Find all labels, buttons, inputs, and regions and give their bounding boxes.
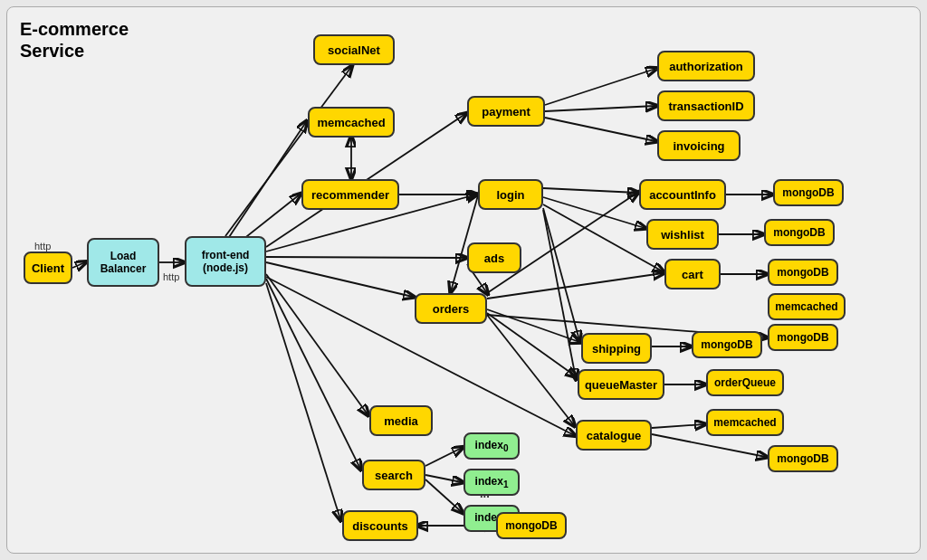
node-socialnet: socialNet <box>313 34 395 65</box>
node-transactionid: transactionID <box>657 90 755 121</box>
svg-line-17 <box>543 188 637 193</box>
node-mongodb-wish: mongoDB <box>764 219 835 246</box>
svg-line-18 <box>543 197 645 228</box>
svg-line-23 <box>487 309 579 342</box>
svg-line-38 <box>425 475 462 482</box>
svg-line-15 <box>545 106 655 111</box>
svg-line-7 <box>266 257 465 258</box>
node-mongodb-dis: mongoDB <box>496 512 567 539</box>
svg-line-39 <box>425 479 462 512</box>
diagram-title: E-commerceService <box>20 18 129 62</box>
svg-line-19 <box>543 204 663 271</box>
node-payment: payment <box>467 96 545 127</box>
node-frontend: front-end(node.js) <box>185 236 266 287</box>
svg-line-0 <box>72 262 85 268</box>
svg-line-11 <box>266 283 340 519</box>
node-catalogue: catalogue <box>576 420 652 451</box>
node-shipping: shipping <box>581 333 652 364</box>
svg-line-3 <box>225 122 306 242</box>
svg-line-35 <box>652 424 704 428</box>
svg-line-8 <box>266 262 413 297</box>
node-client: Client <box>24 252 72 284</box>
svg-line-21 <box>543 210 576 378</box>
node-wishlist: wishlist <box>646 219 719 250</box>
svg-line-37 <box>425 448 462 466</box>
node-mongodb-acc: mongoDB <box>773 179 844 206</box>
node-index0: index0 <box>464 432 520 460</box>
svg-text:http: http <box>163 271 179 282</box>
svg-line-27 <box>487 315 574 425</box>
node-loadbalancer: LoadBalancer <box>87 238 159 287</box>
node-recommender: recommender <box>301 179 399 210</box>
node-accountinfo: accountInfo <box>639 179 726 210</box>
svg-line-20 <box>543 208 579 340</box>
node-mongodb-cart: mongoDB <box>768 259 838 286</box>
svg-text:http: http <box>34 241 51 252</box>
svg-line-2 <box>225 67 351 236</box>
svg-line-14 <box>545 69 655 105</box>
node-mongodb-ord: mongoDB <box>768 324 838 351</box>
node-ads: ads <box>467 242 521 273</box>
svg-line-25 <box>487 273 663 299</box>
svg-line-24 <box>487 313 576 376</box>
node-memcached: memcached <box>308 107 395 138</box>
node-cart: cart <box>664 259 721 289</box>
diagram-container: E-commerceService <box>6 6 921 554</box>
svg-line-36 <box>652 434 766 457</box>
node-authorization: authorization <box>657 51 755 81</box>
node-mongodb-cat: mongoDB <box>768 445 838 472</box>
svg-line-16 <box>545 118 655 141</box>
node-orderqueue: orderQueue <box>706 369 784 396</box>
node-login: login <box>478 179 543 210</box>
node-memcached2: memcached <box>768 293 846 320</box>
node-mongodb-ship: mongoDB <box>692 331 762 358</box>
node-invoicing: invoicing <box>657 130 741 161</box>
node-orders: orders <box>415 293 487 324</box>
node-media: media <box>369 405 433 436</box>
node-memcached3: memcached <box>706 409 784 436</box>
node-discounts: discounts <box>342 510 418 541</box>
node-index1: index1 <box>464 469 520 496</box>
node-queuemaster: queueMaster <box>578 369 664 400</box>
svg-line-10 <box>266 279 360 469</box>
svg-line-9 <box>266 274 368 414</box>
node-search: search <box>362 460 425 490</box>
